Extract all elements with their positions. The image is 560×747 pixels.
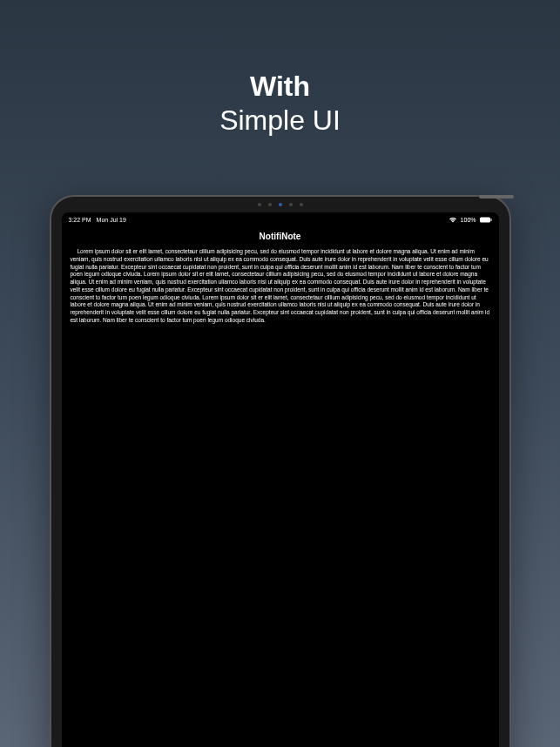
status-bar: 3:22 PM Mon Jul 19 100% <box>62 212 499 226</box>
status-battery-percent: 100% <box>461 217 476 223</box>
app-title: NotifiNote <box>62 226 499 246</box>
tablet-hardware-button <box>479 195 514 199</box>
marketing-title: With <box>0 71 560 102</box>
status-bar-left: 3:22 PM Mon Jul 19 <box>69 217 126 223</box>
marketing-subtitle: Simple UI <box>0 104 560 137</box>
svg-rect-0 <box>480 217 490 222</box>
note-text[interactable]: Lorem ipsum dolor sit er elit lamet, con… <box>71 248 490 325</box>
status-date: Mon Jul 19 <box>97 217 126 223</box>
page-dot <box>258 203 261 206</box>
page-dot <box>300 203 303 206</box>
battery-icon <box>480 217 492 223</box>
page-dot-active <box>279 203 282 206</box>
marketing-header: With Simple UI <box>0 0 560 138</box>
note-content-area[interactable]: Lorem ipsum dolor sit er elit lamet, con… <box>62 246 499 326</box>
status-time: 3:22 PM <box>69 217 91 223</box>
page-dot <box>268 203 272 206</box>
status-bar-right: 100% <box>449 217 492 223</box>
page-indicator-dots <box>258 203 303 206</box>
tablet-screen: 3:22 PM Mon Jul 19 100% Notifi <box>62 212 499 747</box>
wifi-icon <box>449 217 457 223</box>
svg-rect-1 <box>490 219 491 221</box>
tablet-device-frame: 3:22 PM Mon Jul 19 100% Notifi <box>50 195 511 747</box>
page-dot <box>289 203 293 206</box>
